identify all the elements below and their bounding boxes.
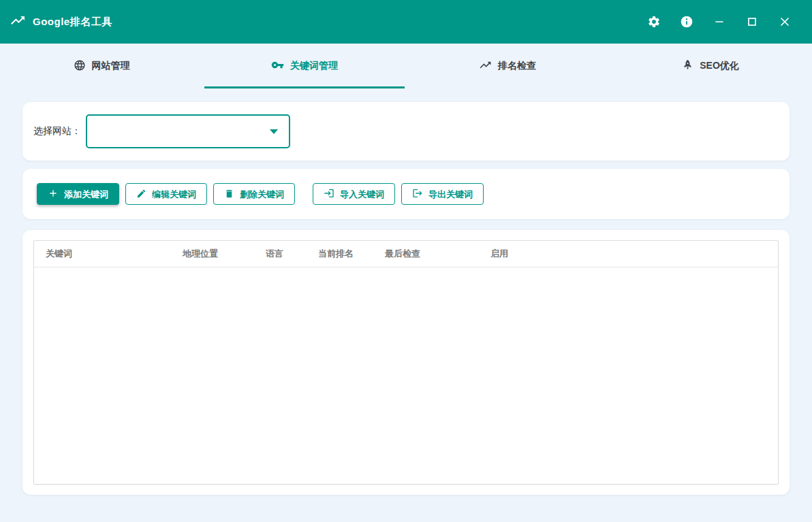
export-icon (412, 188, 423, 200)
table-header-row: 关键词 地理位置 语言 当前排名 最后检查 启用 (34, 241, 778, 267)
column-header-location: 地理位置 (171, 248, 254, 260)
site-selector-card: 选择网站： (22, 102, 790, 161)
key-icon (271, 59, 284, 74)
import-keyword-button[interactable]: 导入关键词 (313, 183, 395, 205)
delete-keyword-button[interactable]: 删除关键词 (213, 183, 295, 205)
tab-bar: 网站管理 关键词管理 排名检查 SEO优化 (0, 44, 812, 88)
tab-active-indicator (204, 86, 405, 88)
site-select[interactable] (86, 114, 290, 148)
caret-down-icon (270, 129, 278, 134)
keyword-toolbar-card: 添加关键词 编辑关键词 删除关键词 导入关键词 导出关键词 (22, 169, 790, 219)
gear-icon (647, 15, 661, 29)
tab-site-management[interactable]: 网站管理 (0, 44, 203, 88)
titlebar-left: Google排名工具 (10, 12, 112, 31)
globe-icon (74, 59, 86, 74)
trash-icon (224, 189, 234, 200)
trending-up-icon (10, 12, 26, 31)
button-label: 删除关键词 (240, 190, 284, 199)
tab-label: 关键词管理 (290, 60, 338, 72)
button-label: 导入关键词 (340, 190, 384, 199)
edit-keyword-button[interactable]: 编辑关键词 (125, 183, 207, 205)
pencil-icon (136, 189, 146, 200)
tab-label: 排名检查 (498, 60, 536, 72)
plus-icon (48, 188, 59, 200)
window-title: Google排名工具 (33, 16, 112, 29)
column-header-enabled: 启用 (479, 248, 778, 260)
tab-label: SEO优化 (700, 60, 739, 72)
tab-rank-check[interactable]: 排名检查 (406, 44, 609, 88)
settings-button[interactable] (646, 14, 662, 30)
keyword-table-card: 关键词 地理位置 语言 当前排名 最后检查 启用 (22, 230, 790, 495)
table-body (34, 267, 778, 484)
minimize-icon (713, 15, 726, 29)
trending-up-icon (479, 59, 492, 74)
column-header-language: 语言 (254, 248, 307, 260)
tab-label: 网站管理 (92, 60, 130, 72)
maximize-icon (745, 15, 759, 29)
button-label: 编辑关键词 (152, 190, 196, 199)
maximize-button[interactable] (744, 14, 760, 30)
window-controls (646, 14, 793, 30)
minimize-button[interactable] (711, 14, 728, 30)
keyword-table: 关键词 地理位置 语言 当前排名 最后检查 启用 (33, 240, 779, 485)
column-header-keyword: 关键词 (34, 248, 171, 260)
close-icon (778, 15, 792, 29)
add-keyword-button[interactable]: 添加关键词 (37, 183, 119, 205)
export-keyword-button[interactable]: 导出关键词 (401, 183, 484, 205)
site-selector-label: 选择网站： (33, 125, 86, 137)
button-label: 导出关键词 (428, 190, 473, 199)
info-button[interactable] (678, 14, 695, 30)
column-header-last-check: 最后检查 (373, 248, 479, 260)
tab-seo-optimization[interactable]: SEO优化 (609, 44, 812, 88)
button-label: 添加关键词 (64, 190, 108, 199)
import-icon (324, 188, 334, 200)
titlebar: Google排名工具 (0, 0, 812, 44)
rocket-icon (682, 59, 693, 73)
close-button[interactable] (777, 14, 793, 30)
info-icon (680, 15, 693, 29)
column-header-current-rank: 当前排名 (307, 248, 373, 260)
tab-keyword-management[interactable]: 关键词管理 (203, 44, 406, 88)
